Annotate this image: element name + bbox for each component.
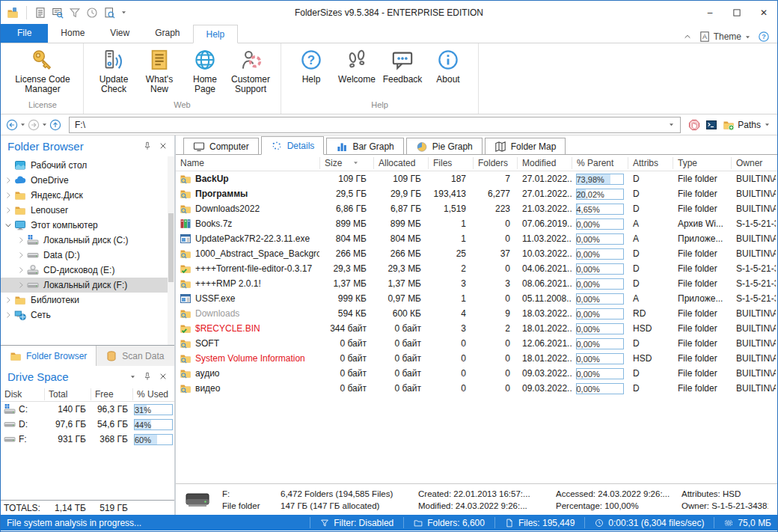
tree-expander-icon[interactable]	[2, 192, 14, 199]
tree-item[interactable]: CD-дисковод (E:)	[1, 263, 174, 278]
forward-dropdown-icon[interactable]	[41, 121, 48, 128]
ribbon-tab-graph[interactable]: Graph	[142, 24, 192, 43]
dock-tab[interactable]: Scan Data	[97, 346, 173, 366]
ribbon-button[interactable]: ?Help	[290, 47, 333, 85]
collapse-ribbon-icon[interactable]	[683, 32, 692, 41]
up-button[interactable]	[49, 119, 61, 131]
drive-space-column[interactable]: Total	[44, 388, 91, 400]
view-tab-computer[interactable]: Computer	[183, 138, 259, 154]
table-row[interactable]: USSF.exe 999 КБ 0,97 МБ 1 0 05.11.2008..…	[176, 291, 777, 306]
tree-expander-icon[interactable]	[2, 311, 14, 319]
filter-icon[interactable]	[69, 7, 81, 19]
view-tab-bar-graph[interactable]: Bar Graph	[326, 138, 403, 154]
column-header-owner[interactable]: Owner	[731, 157, 776, 169]
view-tab-pie-graph[interactable]: Pie Graph	[406, 138, 483, 154]
forward-button[interactable]	[28, 119, 40, 131]
path-input[interactable]: F:\	[69, 117, 681, 133]
tree-expander-icon[interactable]	[15, 251, 27, 259]
table-row[interactable]: $RECYCLE.BIN 344 байт 0 байт 3 2 18.01.2…	[176, 321, 777, 336]
column-header-files[interactable]: Files	[428, 157, 473, 169]
tree-item[interactable]: Рабочий стол	[1, 158, 174, 173]
column-header-modified[interactable]: Modified	[517, 157, 572, 169]
tree-item[interactable]: Библиотеки	[1, 293, 174, 308]
ribbon-button[interactable]: Feedback	[381, 47, 424, 85]
drive-row[interactable]: D: 97,6 ГБ 54,6 ГБ 44%	[1, 417, 174, 432]
tree-item[interactable]: Lenouser	[1, 203, 174, 218]
ribbon-button[interactable]: Welcome	[335, 47, 379, 85]
pin-icon[interactable]	[143, 372, 152, 381]
qat-dropdown-icon[interactable]	[120, 9, 127, 16]
close-panel-icon[interactable]	[159, 372, 168, 381]
column-header-type[interactable]: Type	[673, 157, 731, 169]
theme-button[interactable]: A Theme	[699, 31, 751, 43]
tree-item[interactable]: Сеть	[1, 308, 174, 322]
view-tab-folder-map[interactable]: Folder Map	[485, 138, 566, 154]
table-row[interactable]: 1000_Abstract_Space_Backgro... 266 МБ 26…	[176, 246, 777, 261]
drive-space-column[interactable]: Free	[91, 388, 132, 400]
drive-row[interactable]: F: 931 ГБ 368 ГБ 60%	[1, 432, 174, 447]
tree-expander-icon[interactable]	[2, 221, 14, 229]
column-header-attribs[interactable]: Attribs	[628, 157, 673, 169]
ribbon-button[interactable]: License Code Manager	[10, 47, 75, 94]
table-row[interactable]: BackUp 109 ГБ 109 ГБ 187 7 27.01.2022...…	[176, 171, 777, 186]
column-header-size[interactable]: Size	[319, 157, 373, 169]
tree-item[interactable]: Data (D:)	[1, 248, 174, 263]
command-prompt-button[interactable]	[705, 119, 717, 131]
column-header-allocated[interactable]: Allocated	[373, 157, 428, 169]
paths-button[interactable]: Paths	[723, 119, 771, 131]
pin-icon[interactable]	[143, 141, 152, 150]
column-header-parent[interactable]: % Parent	[572, 157, 628, 169]
dock-tab[interactable]: Folder Browser	[1, 346, 97, 366]
report-icon[interactable]	[34, 7, 46, 19]
ribbon-button[interactable]: What's New	[138, 47, 181, 94]
table-row[interactable]: System Volume Information 0 байт 0 байт …	[176, 351, 777, 366]
back-button[interactable]	[6, 119, 18, 131]
ribbon-button[interactable]: Customer Support	[229, 47, 272, 94]
tree-expander-icon[interactable]	[2, 207, 14, 214]
ribbon-button[interactable]: About	[426, 47, 470, 85]
tree-scrollbar[interactable]	[168, 156, 174, 345]
tree-item[interactable]: Локальный диск (F:)	[1, 278, 174, 293]
table-row[interactable]: UpdatePack7R2-22.3.11.exe 804 МБ 804 МБ …	[176, 231, 777, 246]
ribbon-tab-file[interactable]: File	[1, 24, 48, 43]
ribbon-tab-help[interactable]: Help	[193, 25, 239, 43]
tree-item[interactable]: Локальный диск (C:)	[1, 233, 174, 248]
drive-space-column[interactable]: % Used	[132, 388, 174, 400]
ribbon-button[interactable]: Update Check	[92, 47, 135, 94]
drive-row[interactable]: C: 140 ГБ 96,3 ГБ 31%	[1, 402, 174, 417]
close-panel-icon[interactable]	[159, 141, 168, 150]
tree-item[interactable]: Этот компьютер	[1, 218, 174, 233]
table-row[interactable]: видео 0 байт 0 байт 0 0 09.03.2022... 0,…	[176, 381, 777, 396]
table-row[interactable]: ++++Torrent-file-editor-0.3.17 29,3 МБ 2…	[176, 261, 777, 276]
tree-expander-icon[interactable]	[15, 281, 27, 289]
close-button[interactable]: ✕	[750, 1, 777, 24]
table-row[interactable]: Downloads2022 6,86 ГБ 6,87 ГБ 1,519 223 …	[176, 201, 777, 216]
ribbon-tab-home[interactable]: Home	[48, 24, 97, 43]
table-row[interactable]: аудио 0 байт 0 байт 0 0 09.03.2022... 0,…	[176, 366, 777, 381]
table-row[interactable]: Downloads 594 КБ 600 КБ 4 9 18.03.2022..…	[176, 306, 777, 321]
drive-space-column[interactable]: Disk	[1, 388, 44, 400]
drive-space-menu-icon[interactable]	[129, 373, 136, 380]
tree-item[interactable]: OneDrive	[1, 173, 174, 188]
tree-expander-icon[interactable]	[15, 236, 27, 244]
table-row[interactable]: ++++RMP 2.0.1! 1,37 МБ 1,37 МБ 3 3 08.06…	[176, 276, 777, 291]
stop-button[interactable]	[688, 119, 700, 131]
table-row[interactable]: Books.7z 899 МБ 899 МБ 1 0 07.06.2019...…	[176, 216, 777, 231]
tree-item[interactable]: Яндекс.Диск	[1, 188, 174, 203]
table-row[interactable]: Программы 29,5 ГБ 29,9 ГБ 193,413 6,277 …	[176, 186, 777, 201]
ribbon-button[interactable]: Home Page	[183, 47, 227, 94]
help-circle-icon[interactable]: ?	[758, 31, 770, 43]
path-dropdown-icon[interactable]	[668, 121, 675, 128]
tree-expander-icon[interactable]	[15, 266, 27, 274]
table-row[interactable]: SOFT 0 байт 0 байт 0 0 12.06.2021... 0,0…	[176, 336, 777, 351]
clock-icon[interactable]	[86, 7, 98, 19]
column-header-folders[interactable]: Folders	[473, 157, 517, 169]
tree-expander-icon[interactable]	[2, 296, 14, 304]
view-tab-details[interactable]: Details	[261, 136, 325, 155]
back-dropdown-icon[interactable]	[19, 121, 26, 128]
minimize-button[interactable]: –	[696, 1, 723, 24]
maximize-button[interactable]	[723, 1, 750, 24]
ribbon-tab-view[interactable]: View	[97, 24, 142, 43]
preview-icon[interactable]	[103, 7, 115, 19]
search-drive-icon[interactable]	[52, 7, 64, 19]
